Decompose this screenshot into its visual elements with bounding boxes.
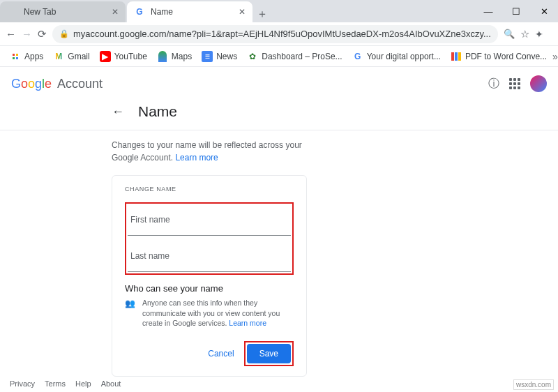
bookmark-dashboard[interactable]: ✿Dashboard – ProSe... [243,51,346,62]
bookmark-news[interactable]: ≡News [197,51,241,62]
save-button[interactable]: Save [247,344,291,363]
bm-label: YouTube [114,52,147,61]
bm-label: Your digital opport... [367,52,441,61]
blank-favicon [7,6,18,17]
tab-title: Name [151,7,239,17]
reload-icon[interactable]: ⟳ [38,27,47,41]
bookmark-youtube[interactable]: ▶YouTube [96,51,151,62]
maximize-button[interactable]: ☐ [502,0,530,22]
first-name-group: First name [128,205,291,236]
save-button-highlight: Save [244,341,294,366]
who-can-see-title: Who can see your name [125,283,294,294]
tab-title: New Tab [24,7,112,17]
who-learn-more-link[interactable]: Learn more [229,319,266,327]
chrome-menu-icon[interactable]: ⋮ [555,27,558,41]
search-icon[interactable]: 🔍 [504,27,515,41]
tab-new[interactable]: New Tab ✕ [0,1,126,22]
bm-label: Apps [24,52,43,61]
nav-back-icon[interactable]: ← [6,27,16,41]
footer-links: Privacy Terms Help About [10,379,121,388]
close-icon[interactable]: ✕ [112,7,119,17]
help-icon[interactable]: ⓘ [488,77,499,91]
google-favicon: G [134,6,145,17]
account-avatar[interactable] [530,75,547,92]
google-icon: G [352,51,363,62]
google-account-logo[interactable]: Google Account [11,77,103,91]
bookmark-maps[interactable]: Maps [153,51,196,62]
leaf-icon: ✿ [247,51,258,62]
watermark: wsxdn.com [513,379,554,390]
subtitle: Changes to your name will be reflected a… [112,139,321,164]
last-name-group: Last name [128,241,291,272]
bookmark-pdf[interactable]: PDF to Word Conve... [446,51,551,62]
youtube-icon: ▶ [100,51,111,62]
lock-icon: 🔒 [59,29,69,38]
footer-terms[interactable]: Terms [45,379,66,388]
close-window-button[interactable]: ✕ [530,0,558,22]
pdf-icon [451,51,462,62]
name-fields-highlight: First name Last name [125,202,294,275]
bm-label: PDF to Word Conve... [465,52,547,61]
address-bar[interactable]: 🔒 myaccount.google.com/name?pli=1&rapt=A… [52,25,498,43]
nav-forward-icon: → [22,27,32,41]
google-apps-icon[interactable] [509,78,520,89]
back-arrow-icon[interactable]: ← [112,105,124,119]
who-can-see-body: 👥 Anyone can see this info when they com… [125,298,294,329]
page-title: Name [138,103,177,120]
bm-label: Gmail [68,52,89,61]
bookmark-apps[interactable]: Apps [6,51,47,62]
card-label: CHANGE NAME [125,186,294,193]
footer-about[interactable]: About [101,379,121,388]
bookmarks-overflow-icon[interactable]: » [552,51,558,62]
news-icon: ≡ [202,51,213,62]
cancel-button[interactable]: Cancel [208,349,234,359]
minimize-button[interactable]: — [474,0,502,22]
footer-help[interactable]: Help [75,379,91,388]
star-icon[interactable]: ☆ [520,27,529,41]
extensions-icon[interactable]: ✦ [535,27,543,41]
bookmark-gmail[interactable]: MGmail [49,51,93,62]
maps-icon [157,51,168,62]
bm-label: Dashboard – ProSe... [262,52,342,61]
logo-account-text: Account [57,77,103,91]
new-tab-button[interactable]: ＋ [254,6,271,22]
last-name-label: Last name [130,251,169,261]
url-text: myaccount.google.com/name?pli=1&rapt=AEj… [73,29,491,39]
gmail-icon: M [53,51,64,62]
tab-name[interactable]: G Name ✕ [127,1,252,22]
bm-label: News [216,52,237,61]
footer-privacy[interactable]: Privacy [10,379,35,388]
change-name-card: CHANGE NAME First name Last name Who can… [112,175,307,377]
first-name-label: First name [130,215,170,225]
close-icon[interactable]: ✕ [239,7,246,17]
learn-more-link[interactable]: Learn more [175,153,218,163]
bm-label: Maps [172,52,192,61]
bookmark-digital[interactable]: GYour digital opport... [348,51,445,62]
people-icon: 👥 [125,298,135,329]
